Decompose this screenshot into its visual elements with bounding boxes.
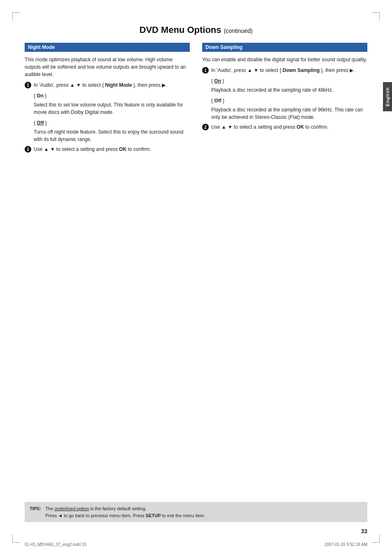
down-sampling-step1: 1 In 'Audio', press ▲ ▼ to select { Down… — [202, 67, 367, 74]
night-mode-off-desc: Turns off night mode feature. Select thi… — [34, 128, 190, 143]
night-mode-intro: This mode optimizes playback of sound at… — [25, 56, 190, 78]
night-mode-on-desc: Select this to set low volume output. Th… — [34, 101, 190, 116]
down-sampling-off-label: { Off } — [211, 97, 367, 104]
down-sampling-on-desc: Playback a disc recorded at the sampling… — [211, 86, 367, 94]
page-number: 33 — [361, 528, 367, 534]
down-sampling-step2: 2 Use ▲ ▼ to select a setting and press … — [202, 123, 367, 131]
language-tab: English — [383, 82, 392, 111]
tips-line1: The underlined option is the factory def… — [45, 505, 205, 512]
down-sampling-on-section: { On } Playback a disc recorded at the s… — [202, 77, 367, 94]
page-title: DVD Menu Options (continued) — [25, 25, 367, 35]
night-mode-option-bold: Night Mode — [105, 82, 132, 88]
corner-mark-tl — [12, 12, 21, 21]
night-mode-body: This mode optimizes playback of sound at… — [25, 56, 190, 153]
content-columns: Night Mode This mode optimizes playback … — [25, 43, 367, 156]
down-sampling-off-desc: Playback a disc recorded at the sampling… — [211, 106, 367, 121]
night-mode-step1: 1 In 'Audio', press ▲ ▼ to select { Nigh… — [25, 81, 190, 89]
footer-date: 2007-01-26 9:52:28 AM — [324, 542, 367, 547]
page: English DVD Menu Options (continued) Nig… — [0, 0, 392, 555]
step1-ds-text: In 'Audio', press ▲ ▼ to select { Down S… — [211, 67, 367, 74]
night-mode-step2: 2 Use ▲ ▼ to select a setting and press … — [25, 146, 190, 153]
down-sampling-option-bold: Down Sampling — [283, 67, 320, 73]
corner-mark-bl — [12, 534, 21, 543]
down-sampling-intro: You can enable and disable the digital s… — [202, 56, 367, 63]
down-sampling-body: You can enable and disable the digital s… — [202, 56, 367, 131]
night-mode-on-label: { On } — [34, 92, 190, 99]
footer-file: 01-43_MDV460_37_eng2.indd 33 — [25, 542, 86, 547]
down-sampling-off-section: { Off } Playback a disc recorded at the … — [202, 97, 367, 121]
tips-line2: Press ◄ to go back to previous menu item… — [45, 512, 205, 519]
corner-mark-tr — [371, 12, 380, 21]
down-sampling-on-label: { On } — [211, 77, 367, 85]
tips-label: TIPS: — [30, 505, 41, 519]
left-column: Night Mode This mode optimizes playback … — [25, 43, 190, 156]
night-mode-off-section: { Off } Turns off night mode feature. Se… — [25, 119, 190, 143]
right-column: Down Sampling You can enable and disable… — [202, 43, 367, 156]
step1-number: 1 — [25, 82, 31, 88]
corner-mark-br — [371, 534, 380, 543]
step2-number: 2 — [25, 146, 31, 153]
tips-content: The underlined option is the factory def… — [45, 505, 205, 519]
tips-bar: TIPS: The underlined option is the facto… — [25, 502, 367, 522]
step2-ds-number: 2 — [202, 124, 209, 130]
down-sampling-header: Down Sampling — [202, 43, 367, 52]
title-continued: (continued) — [224, 28, 253, 34]
night-mode-on-section: { On } Select this to set low volume out… — [25, 92, 190, 116]
night-mode-header: Night Mode — [25, 43, 190, 52]
step2-ds-text: Use ▲ ▼ to select a setting and press OK… — [211, 123, 367, 131]
title-text: DVD Menu Options — [139, 25, 221, 35]
night-mode-off-label: { Off } — [34, 119, 190, 127]
step1-text: In 'Audio', press ▲ ▼ to select { Night … — [34, 81, 190, 89]
step1-ds-number: 1 — [202, 67, 209, 74]
step2-text: Use ▲ ▼ to select a setting and press OK… — [34, 146, 190, 153]
